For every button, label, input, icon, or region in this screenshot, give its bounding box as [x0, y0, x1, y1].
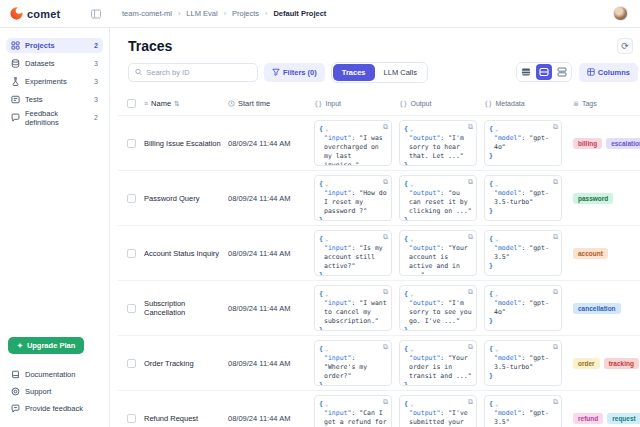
filters-button[interactable]: Filters (0) [264, 63, 325, 82]
copy-icon[interactable]: ⧉ [553, 288, 558, 297]
input-json-preview[interactable]: ⧉ {⌄ "input""How do I reset my password … [314, 175, 392, 221]
tab-llm-calls[interactable]: LLM Calls [375, 64, 426, 81]
expand-chevron-icon[interactable]: ⌄ [325, 345, 329, 352]
row-height-small-icon[interactable] [518, 64, 534, 80]
copy-icon[interactable]: ⧉ [383, 398, 388, 407]
row-checkbox[interactable] [127, 304, 136, 313]
metadata-json-preview[interactable]: ⧉ {⌄ "model""gpt-3.5" } [484, 230, 562, 276]
tag-chip[interactable]: tracking [604, 358, 639, 369]
expand-chevron-icon[interactable]: ⌄ [410, 125, 414, 132]
copy-icon[interactable]: ⧉ [383, 343, 388, 352]
expand-chevron-icon[interactable]: ⌄ [410, 400, 414, 407]
expand-chevron-icon[interactable]: ⌄ [410, 180, 414, 187]
expand-chevron-icon[interactable]: ⌄ [495, 345, 499, 352]
expand-chevron-icon[interactable]: ⌄ [410, 235, 414, 242]
tag-chip[interactable]: password [573, 193, 613, 204]
copy-icon[interactable]: ⧉ [553, 343, 558, 352]
row-checkbox[interactable] [127, 359, 136, 368]
copy-icon[interactable]: ⧉ [468, 123, 473, 132]
sidebar-item-feedback-definitions[interactable]: Feedback definitions 2 [6, 110, 103, 125]
user-avatar[interactable] [613, 6, 628, 21]
tag-chip[interactable]: refund [573, 413, 603, 424]
copy-icon[interactable]: ⧉ [468, 178, 473, 187]
expand-chevron-icon[interactable]: ⌄ [325, 290, 329, 297]
copy-icon[interactable]: ⧉ [553, 123, 558, 132]
refresh-button[interactable]: ⟳ [617, 38, 633, 54]
metadata-json-preview[interactable]: ⧉ {⌄ "model""gpt-4o" } [484, 120, 562, 166]
table-row[interactable]: Refund Request 08/09/24 11:44 AM ⧉ {⌄ "i… [118, 391, 640, 427]
comet-logo[interactable]: comet [10, 7, 60, 20]
input-json-preview[interactable]: ⧉ {⌄ "input""I want to cancel my subscri… [314, 285, 392, 331]
breadcrumb-projects[interactable]: Projects [232, 9, 259, 18]
copy-icon[interactable]: ⧉ [468, 343, 473, 352]
search-input[interactable] [146, 68, 251, 77]
copy-icon[interactable]: ⧉ [553, 233, 558, 242]
output-json-preview[interactable]: ⧉ {⌄ "output""ou can reset it by clickin… [399, 175, 477, 221]
sidebar-collapse-icon[interactable] [90, 8, 101, 19]
output-json-preview[interactable]: ⧉ {⌄ "output""I've submitted your refund… [399, 395, 477, 427]
column-header-tags[interactable]: ≣ Tags [569, 100, 640, 108]
expand-chevron-icon[interactable]: ⌄ [495, 125, 499, 132]
input-json-preview[interactable]: ⧉ {⌄ "input""Can I get a refund for my l… [314, 395, 392, 427]
input-json-preview[interactable]: ⧉ {⌄ "input""Is my account still active?… [314, 230, 392, 276]
copy-icon[interactable]: ⧉ [468, 398, 473, 407]
copy-icon[interactable]: ⧉ [553, 178, 558, 187]
output-json-preview[interactable]: ⧉ {⌄ "output""Your order is in transit a… [399, 340, 477, 386]
input-json-preview[interactable]: ⧉ {⌄ "input""I was overcharged on my las… [314, 120, 392, 166]
expand-chevron-icon[interactable]: ⌄ [495, 290, 499, 297]
breadcrumb-workspace[interactable]: team-comet-ml [122, 9, 172, 18]
metadata-json-preview[interactable]: ⧉ {⌄ "model""gpt-3.5-turbo" } [484, 340, 562, 386]
expand-chevron-icon[interactable]: ⌄ [325, 125, 329, 132]
column-header-metadata[interactable]: {} Metadata [484, 100, 569, 108]
column-header-input[interactable]: {} Input [314, 100, 399, 108]
input-json-preview[interactable]: ⧉ {⌄ "input""Where's my order?" } [314, 340, 392, 386]
breadcrumb-llm-eval[interactable]: LLM Eval [186, 9, 217, 18]
sort-icon[interactable]: ⇅ [174, 100, 180, 108]
select-all-checkbox[interactable] [127, 99, 136, 108]
row-height-medium-icon[interactable] [536, 64, 552, 80]
output-json-preview[interactable]: ⧉ {⌄ "output""Your account is active and… [399, 230, 477, 276]
table-row[interactable]: Order Tracking 08/09/24 11:44 AM ⧉ {⌄ "i… [118, 336, 640, 391]
copy-icon[interactable]: ⧉ [553, 398, 558, 407]
table-row[interactable]: Billing Issue Escalation 08/09/24 11:44 … [118, 116, 640, 171]
tag-chip[interactable]: order [573, 358, 600, 369]
expand-chevron-icon[interactable]: ⌄ [325, 180, 329, 187]
sidebar-item-provide-feedback[interactable]: Provide feedback [6, 400, 103, 417]
row-height-large-icon[interactable] [554, 64, 570, 80]
copy-icon[interactable]: ⧉ [383, 233, 388, 242]
row-checkbox[interactable] [127, 194, 136, 203]
tag-chip[interactable]: escalation [606, 138, 640, 149]
table-row[interactable]: Account Status Inquiry 08/09/24 11:44 AM… [118, 226, 640, 281]
column-header-name[interactable]: ≡ Name ⇅ [144, 99, 228, 108]
copy-icon[interactable]: ⧉ [468, 288, 473, 297]
metadata-json-preview[interactable]: ⧉ {⌄ "model""gpt-3.5-turbo" } [484, 175, 562, 221]
tag-chip[interactable]: account [573, 248, 608, 259]
sidebar-item-experiments[interactable]: Experiments 3 [6, 74, 103, 89]
sidebar-item-support[interactable]: Support [6, 383, 103, 400]
expand-chevron-icon[interactable]: ⌄ [495, 400, 499, 407]
copy-icon[interactable]: ⧉ [468, 233, 473, 242]
expand-chevron-icon[interactable]: ⌄ [410, 290, 414, 297]
tag-chip[interactable]: cancellation [573, 303, 621, 314]
table-row[interactable]: Subscription Cancellation 08/09/24 11:44… [118, 281, 640, 336]
sidebar-item-documentation[interactable]: Documentation [6, 366, 103, 383]
sidebar-item-projects[interactable]: Projects 2 [6, 38, 103, 53]
copy-icon[interactable]: ⧉ [383, 178, 388, 187]
row-checkbox[interactable] [127, 249, 136, 258]
expand-chevron-icon[interactable]: ⌄ [410, 345, 414, 352]
expand-chevron-icon[interactable]: ⌄ [325, 400, 329, 407]
sidebar-item-datasets[interactable]: Datasets 3 [6, 56, 103, 71]
tab-traces[interactable]: Traces [333, 64, 375, 81]
expand-chevron-icon[interactable]: ⌄ [495, 180, 499, 187]
output-json-preview[interactable]: ⧉ {⌄ "output""I'm sorry to hear that. Le… [399, 120, 477, 166]
upgrade-plan-button[interactable]: ✦ Upgrade Plan [8, 337, 84, 354]
row-checkbox[interactable] [127, 414, 136, 423]
metadata-json-preview[interactable]: ⧉ {⌄ "model""gpt-4o" } [484, 285, 562, 331]
copy-icon[interactable]: ⧉ [383, 288, 388, 297]
metadata-json-preview[interactable]: ⧉ {⌄ "model""gpt-3.5" } [484, 395, 562, 427]
column-header-output[interactable]: {} Output [399, 100, 484, 108]
columns-button[interactable]: Columns [579, 63, 638, 82]
tag-chip[interactable]: request [607, 413, 640, 424]
row-checkbox[interactable] [127, 139, 136, 148]
tag-chip[interactable]: billing [573, 138, 602, 149]
